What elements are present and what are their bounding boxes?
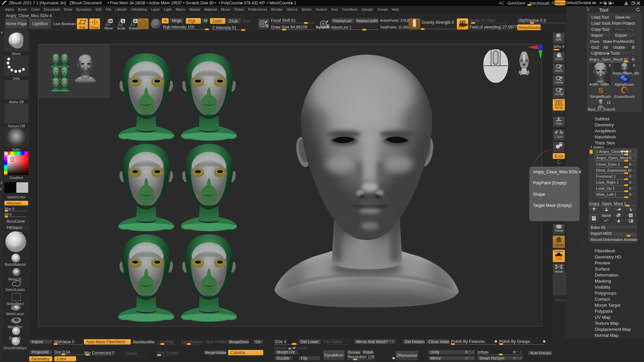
svg-text:S: S [266, 24, 268, 28]
svg-text:M: M [109, 19, 112, 23]
svg-text:S: S [122, 19, 124, 23]
svg-text:D: D [327, 24, 329, 28]
svg-text:Y: Y [558, 162, 560, 165]
svg-text:R: R [134, 19, 137, 23]
svg-text:Z: Z [558, 169, 560, 171]
svg-text:S: S [598, 86, 603, 95]
